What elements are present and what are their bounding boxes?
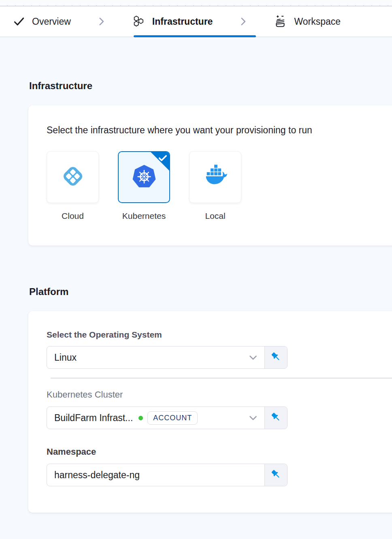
local-tile-label: Local xyxy=(205,211,225,221)
namespace-input-value: harness-delegate-ng xyxy=(54,470,140,481)
chevron-down-icon xyxy=(244,355,257,360)
infrastructure-card: Select the infrastructure where you want… xyxy=(28,105,392,246)
tab-infrastructure-label: Infrastructure xyxy=(152,16,213,27)
field-divider xyxy=(51,378,392,379)
platform-section-heading: Platform xyxy=(29,286,392,297)
dotted-top-strip xyxy=(0,0,392,6)
tab-overview-label: Overview xyxy=(32,16,71,27)
tab-infrastructure[interactable]: Infrastructure xyxy=(132,15,213,28)
docker-icon xyxy=(203,164,228,190)
namespace-field-group: harness-delegate-ng xyxy=(47,464,288,486)
pin-icon xyxy=(271,412,281,424)
scope-badge: ACCOUNT xyxy=(147,411,198,425)
cluster-pin-button[interactable] xyxy=(264,407,287,429)
option-cloud: Cloud xyxy=(47,151,99,221)
local-tile[interactable] xyxy=(189,151,241,203)
cluster-field-group: BuildFarm Infrast... ACCOUNT xyxy=(47,406,288,429)
pin-icon xyxy=(271,469,281,481)
check-icon xyxy=(13,15,25,28)
cluster-select[interactable]: BuildFarm Infrast... ACCOUNT xyxy=(47,407,264,429)
cloud-icon xyxy=(60,163,86,191)
os-pin-button[interactable] xyxy=(264,346,287,368)
cluster-select-value: BuildFarm Infrast... xyxy=(54,413,133,424)
tab-workspace-label: Workspace xyxy=(294,16,341,27)
chevron-right-icon xyxy=(238,16,248,27)
kubernetes-tile-label: Kubernetes xyxy=(122,211,166,221)
os-select-value: Linux xyxy=(54,352,77,363)
os-field-label: Select the Operating System xyxy=(47,330,391,340)
infrastructure-options: Cloud xyxy=(47,151,391,221)
option-local: Local xyxy=(189,151,241,221)
cluster-field-label: Kubernetes Cluster xyxy=(47,389,391,400)
tab-workspace[interactable]: Workspace xyxy=(273,15,341,28)
wizard-tab-bar: Overview Infrastructure xyxy=(0,6,392,37)
namespace-input[interactable]: harness-delegate-ng xyxy=(47,464,264,486)
hexagons-icon xyxy=(132,15,145,28)
cloud-tile-label: Cloud xyxy=(62,211,84,221)
kubernetes-tile[interactable] xyxy=(118,151,170,203)
os-select[interactable]: Linux xyxy=(47,346,264,368)
stack-icon xyxy=(273,15,287,28)
platform-card: Select the Operating System Linux Kubern… xyxy=(28,311,392,513)
connector-status-dot xyxy=(138,416,143,420)
cloud-tile[interactable] xyxy=(47,151,99,203)
os-field-group: Linux xyxy=(47,346,288,369)
chevron-down-icon xyxy=(244,415,257,421)
namespace-pin-button[interactable] xyxy=(264,464,287,486)
option-kubernetes: Kubernetes xyxy=(118,151,170,221)
chevron-right-icon xyxy=(96,16,107,27)
infrastructure-instruction: Select the infrastructure where you want… xyxy=(47,125,391,136)
tab-overview[interactable]: Overview xyxy=(13,15,71,28)
pin-icon xyxy=(271,351,281,364)
infrastructure-section-heading: Infrastructure xyxy=(29,80,392,92)
namespace-field-label: Namespace xyxy=(47,447,391,457)
selected-check-icon xyxy=(159,155,167,163)
active-tab-underline xyxy=(134,35,256,37)
